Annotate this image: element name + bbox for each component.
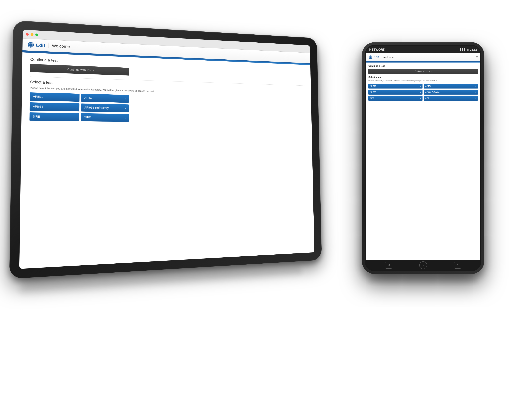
tablet-continue-button[interactable]: Continue with test › [30, 64, 129, 76]
tablet-test-api663[interactable]: API663 › [30, 103, 80, 112]
tablet-test-grid: API510 › API570 › API663 › [30, 93, 129, 122]
tablet-test-api936-chevron: › [125, 107, 126, 110]
tablet-app-content: Continue a test Continue with test › Sel… [19, 52, 314, 269]
tablet-test-sife-chevron: › [125, 117, 126, 119]
phone-test-api936[interactable]: API936 Refractory › [424, 90, 478, 94]
tablet-test-api663-label: API663 [33, 105, 43, 108]
phone-screen: Edif Welcome ≡ Continue a test Continue … [366, 53, 480, 260]
tablet-test-sire[interactable]: SIRE › [30, 112, 79, 121]
tablet-app: Edif Welcome Continue a test Continue wi… [19, 39, 314, 269]
phone-reflection [368, 278, 478, 285]
tablet-test-api570-label: API570 [84, 96, 94, 100]
phone-header-divider [381, 55, 381, 59]
tablet-test-api510-chevron: › [76, 96, 76, 99]
phone-test-sire[interactable]: SIRE › [368, 96, 423, 101]
phone-test-api570-label: API570 [425, 85, 431, 87]
phone-status-right: ▌▌▌ ▮ 12:32 [460, 48, 477, 51]
tablet-test-api936-label: API936 Refractory [84, 106, 109, 110]
tablet-header-title: Welcome [52, 43, 70, 49]
tablet-continue-button-label: Continue with test [67, 68, 92, 72]
tablet-test-sire-chevron: › [75, 116, 76, 119]
phone-test-sife[interactable]: SIFE › [424, 96, 478, 101]
phone-select-description: Please select the test you are instructe… [368, 80, 478, 82]
phone-continue-button[interactable]: Continue with test › [368, 69, 478, 74]
phone-home-button[interactable]: ○ [419, 261, 427, 269]
phone-test-api663-label: API663 [370, 91, 376, 93]
phone-test-sire-label: SIRE [370, 97, 374, 99]
tablet-logo: Edif [27, 42, 45, 49]
tablet-test-sife-label: SIFE [84, 116, 91, 119]
phone-continue-button-label: Continue with test › [415, 70, 432, 72]
tablet-test-api570-chevron: › [125, 97, 126, 100]
phone-test-api510[interactable]: API510 › [368, 83, 423, 89]
phone-test-api936-label: API936 Refractory [425, 91, 440, 93]
tablet-header-divider [49, 43, 49, 48]
phone-test-api570[interactable]: API570 › [424, 83, 478, 89]
phone-signal-icon: ▌▌▌ [460, 48, 466, 51]
tablet-test-sife[interactable]: SIFE › [81, 113, 129, 122]
tablet-continue-chevron: › [93, 69, 94, 72]
phone-logo-text: Edif [373, 55, 379, 59]
phone-battery-icon: ▮ [467, 48, 469, 51]
tablet-test-api570[interactable]: API570 › [81, 94, 129, 103]
phone-continue-title: Continue a test [368, 65, 478, 67]
traffic-light-green[interactable] [35, 33, 38, 36]
phone-test-sire-chevron: › [420, 97, 421, 99]
phone-test-api510-label: API510 [370, 85, 376, 87]
phone-test-api936-chevron: › [476, 91, 476, 93]
tablet-test-sire-label: SIRE [33, 115, 40, 118]
phone-menu-icon[interactable]: ≡ [476, 55, 478, 59]
scene: Edif Welcome Continue a test Continue wi… [0, 0, 532, 417]
phone-app-header: Edif Welcome ≡ [366, 53, 480, 62]
phone-test-api510-chevron: › [420, 85, 421, 87]
phone-device: NETWORK ▌▌▌ ▮ 12:32 [362, 42, 484, 274]
phone-test-grid: API510 › API570 › API663 › [368, 83, 478, 101]
phone-test-api663-chevron: › [420, 91, 421, 93]
phone-select-title: Select a test [368, 76, 478, 79]
edif-logo-icon [27, 42, 34, 48]
tablet-logo-text: Edif [36, 42, 45, 48]
phone-outer-shell: NETWORK ▌▌▌ ▮ 12:32 [362, 42, 484, 274]
phone-header-title: Welcome [383, 56, 394, 59]
phone-test-api570-chevron: › [476, 85, 476, 87]
tablet-outer-shell: Edif Welcome Continue a test Continue wi… [9, 20, 322, 279]
tablet-device: Edif Welcome Continue a test Continue wi… [9, 20, 322, 279]
tablet-test-api936[interactable]: API936 Refractory › [81, 104, 129, 112]
phone-back-button[interactable]: ◁ [385, 262, 392, 269]
phone-test-api663[interactable]: API663 › [368, 90, 423, 94]
phone-screen-area: NETWORK ▌▌▌ ▮ 12:32 [365, 45, 481, 271]
tablet-test-api510-label: API510 [33, 95, 43, 98]
phone-test-sife-label: SIFE [425, 97, 429, 99]
phone-time: 12:32 [470, 48, 477, 51]
phone-edif-logo-icon [368, 55, 372, 59]
phone-network-label: NETWORK [369, 48, 385, 52]
traffic-light-red[interactable] [26, 33, 29, 36]
phone-test-sife-chevron: › [476, 97, 476, 99]
phone-bottom-nav: ◁ ○ □ [366, 260, 480, 270]
phone-app-content: Continue a test Continue with test › Sel… [366, 63, 480, 260]
tablet-test-api510[interactable]: API510 › [30, 93, 80, 102]
phone-recents-button[interactable]: □ [454, 262, 461, 269]
tablet-screen: Edif Welcome Continue a test Continue wi… [19, 30, 314, 269]
tablet-test-api663-chevron: › [75, 106, 76, 109]
phone-status-bar: NETWORK ▌▌▌ ▮ 12:32 [366, 46, 480, 53]
traffic-light-yellow[interactable] [31, 33, 33, 36]
